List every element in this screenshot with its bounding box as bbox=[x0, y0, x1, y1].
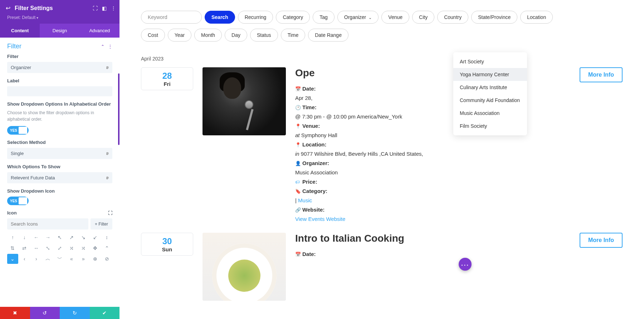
event-title: Intro to Italian Cooking bbox=[295, 233, 570, 244]
calendar-icon: 📅 bbox=[295, 86, 301, 93]
icon-option[interactable]: ↓ bbox=[19, 232, 30, 242]
filter-year[interactable]: Year bbox=[168, 29, 191, 42]
icon-option[interactable]: ↗ bbox=[66, 232, 77, 242]
section-kebab-icon[interactable]: ⋮ bbox=[108, 44, 112, 49]
filter-month[interactable]: Month bbox=[194, 29, 222, 42]
icon-option[interactable]: › bbox=[31, 254, 42, 264]
icon-option[interactable]: ↔ bbox=[31, 243, 42, 253]
icon-option[interactable]: ↖ bbox=[54, 232, 65, 242]
keyword-input[interactable]: Keyword bbox=[141, 11, 202, 24]
date-day: Fri bbox=[164, 81, 170, 87]
pin-icon: 📍 bbox=[295, 123, 301, 130]
selection-select[interactable]: Single bbox=[7, 148, 112, 159]
search-button[interactable]: Search bbox=[205, 11, 235, 24]
icon-option[interactable]: ﹀ bbox=[54, 254, 65, 264]
filter-organizer[interactable]: Organizer ⌄ bbox=[337, 11, 379, 24]
clock-icon: 🕐 bbox=[295, 104, 301, 112]
filter-state[interactable]: State/Province bbox=[471, 11, 517, 24]
label-input[interactable] bbox=[7, 86, 112, 96]
icon-option[interactable]: ✥ bbox=[89, 243, 101, 253]
website-link[interactable]: View Events Website bbox=[295, 216, 345, 222]
redo-button[interactable]: ↻ bbox=[60, 307, 90, 319]
tab-content[interactable]: Content bbox=[0, 24, 40, 38]
preset-dropdown[interactable]: Preset: Default bbox=[0, 15, 119, 24]
dropdown-item[interactable]: Yoga Harmony Center bbox=[453, 68, 527, 81]
icon-option[interactable]: ⇅ bbox=[7, 243, 18, 253]
organizer-label: Organizer: bbox=[302, 160, 329, 166]
filter-time[interactable]: Time bbox=[281, 29, 306, 42]
dropdown-item[interactable]: Art Society bbox=[453, 55, 527, 68]
undo-button[interactable]: ↺ bbox=[30, 307, 60, 319]
dropdown-item[interactable]: Culinary Arts Institute bbox=[453, 81, 527, 94]
icon-option[interactable]: » bbox=[78, 254, 89, 264]
event-image bbox=[203, 67, 286, 135]
icon-option[interactable]: ⤭ bbox=[66, 243, 77, 253]
website-label: Website: bbox=[302, 207, 325, 213]
expand-icon[interactable]: ⛶ bbox=[93, 5, 98, 11]
filter-country[interactable]: Country bbox=[437, 11, 468, 24]
alpha-toggle[interactable]: YES bbox=[7, 126, 29, 135]
icon-option[interactable]: ⊘ bbox=[101, 254, 112, 264]
icon-option[interactable]: ‹ bbox=[19, 254, 30, 264]
tab-advanced[interactable]: Advanced bbox=[80, 24, 119, 38]
filter-day[interactable]: Day bbox=[225, 29, 247, 42]
icon-option[interactable]: ⌄ bbox=[7, 254, 18, 264]
category-link[interactable]: Music bbox=[298, 197, 312, 203]
icon-option[interactable]: ⤮ bbox=[78, 243, 89, 253]
icon-option[interactable]: ⤡ bbox=[43, 243, 54, 253]
location-in: in bbox=[295, 151, 299, 157]
icon-option[interactable]: ︿ bbox=[43, 254, 54, 264]
filter-tag[interactable]: Tag bbox=[313, 11, 335, 24]
filter-location[interactable]: Location bbox=[520, 11, 553, 24]
collapse-icon[interactable]: ⌃ bbox=[101, 44, 104, 49]
icon-option[interactable]: ⇄ bbox=[19, 243, 30, 253]
which-select[interactable]: Relevent Future Data bbox=[7, 172, 112, 183]
icon-option[interactable]: ↑ bbox=[7, 232, 18, 242]
dropdown-item[interactable]: Community Aid Foundation bbox=[453, 94, 527, 107]
icon-option[interactable]: ⤢ bbox=[54, 243, 65, 253]
kebab-icon[interactable]: ⋮ bbox=[111, 5, 116, 11]
panel-title: Filter Settings bbox=[15, 5, 53, 11]
filter-venue[interactable]: Venue bbox=[381, 11, 409, 24]
filter-date-range[interactable]: Date Range bbox=[308, 29, 348, 42]
event-row: 30 Sun Intro to Italian Cooking 📅Date: M… bbox=[141, 233, 623, 301]
filter-city[interactable]: City bbox=[412, 11, 434, 24]
dropdown-item[interactable]: Film Society bbox=[453, 120, 527, 132]
icon-option[interactable]: → bbox=[43, 232, 54, 242]
cancel-button[interactable]: ✖ bbox=[0, 307, 30, 319]
filter-field-label: Filter bbox=[7, 54, 112, 59]
filter-category[interactable]: Category bbox=[276, 11, 310, 24]
filter-cost[interactable]: Cost bbox=[141, 29, 165, 42]
month-header: April 2023 bbox=[141, 56, 623, 62]
event-row: 28 Fri Ope 📅Date: Apr 28, 🕐Time: @ 7:30 … bbox=[141, 67, 623, 224]
dropdown-item[interactable]: Music Association bbox=[453, 107, 527, 120]
icon-option[interactable]: ← bbox=[31, 232, 42, 242]
bookmark-icon: 🔖 bbox=[295, 188, 301, 195]
venue-value: Symphony Hall bbox=[300, 132, 337, 138]
icon-option[interactable]: ⌃ bbox=[101, 243, 112, 253]
filter-status[interactable]: Status bbox=[250, 29, 278, 42]
show-icon-toggle[interactable]: YES bbox=[7, 197, 29, 205]
fab-options[interactable]: … bbox=[459, 258, 472, 271]
expand-icon[interactable]: ⛶ bbox=[108, 211, 112, 216]
panel-icon[interactable]: ◧ bbox=[102, 5, 107, 11]
more-info-button[interactable]: More Info bbox=[580, 233, 623, 248]
save-button[interactable]: ✔ bbox=[90, 307, 120, 319]
icon-search-input[interactable] bbox=[7, 218, 88, 229]
icon-option[interactable]: ↙ bbox=[89, 232, 101, 242]
tab-design[interactable]: Design bbox=[40, 24, 79, 38]
filter-select[interactable]: Organizer bbox=[7, 62, 112, 73]
link-icon: 🔗 bbox=[295, 207, 301, 214]
date-card: 30 Sun bbox=[141, 233, 193, 256]
which-label: Which Options To Show bbox=[7, 164, 112, 169]
icon-option[interactable]: ↘ bbox=[78, 232, 89, 242]
icon-option[interactable]: « bbox=[66, 254, 77, 264]
filter-recurring[interactable]: Recurring bbox=[238, 11, 273, 24]
alpha-desc: Choose to show the filter dropdown optio… bbox=[7, 110, 112, 122]
icon-option[interactable]: ⊕ bbox=[89, 254, 101, 264]
more-info-button[interactable]: More Info bbox=[580, 67, 623, 82]
price-label: Price: bbox=[302, 179, 317, 185]
icon-option[interactable]: ↕ bbox=[101, 232, 112, 242]
back-icon[interactable]: ↩ bbox=[6, 5, 10, 11]
icon-filter-button[interactable]: + Filter bbox=[91, 218, 112, 229]
